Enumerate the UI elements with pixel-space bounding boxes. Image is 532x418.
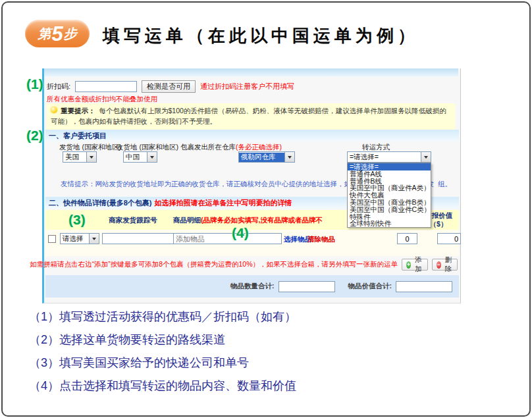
destination-select[interactable]: 中国 <box>123 151 157 163</box>
step-badge: 第5步 <box>25 20 90 47</box>
transit-method-label: 转运方式 <box>362 143 390 152</box>
chevron-down-icon[interactable] <box>284 152 294 162</box>
add-package-button[interactable]: + 添加 <box>402 259 428 271</box>
callout-4: (4) <box>232 225 249 241</box>
item-quantity-input[interactable] <box>397 233 417 244</box>
section1-title: 一、客户委托项目 <box>49 131 107 141</box>
transit-option[interactable]: 快件大包裹 <box>348 192 431 199</box>
delete-package-button[interactable]: − 删除 <box>432 259 458 271</box>
carrier-select[interactable]: 请选择 <box>60 233 99 244</box>
discount-row: 折扣码: 检测是否可用 通过折扣码注册客户不用填写 <box>47 80 294 93</box>
tracking-number-input[interactable] <box>102 233 178 244</box>
col-item-detail-warning: (品牌务必如实填写,没有品牌或者品牌不 <box>201 216 323 224</box>
col-tracking-number: 商家发货跟踪号 <box>93 216 173 225</box>
step-badge-number: 5 <box>51 24 63 44</box>
discount-code-label: 折扣码: <box>47 82 70 91</box>
total-value-input[interactable] <box>396 281 452 292</box>
transit-method-select[interactable]: =请选择= <box>347 151 431 163</box>
total-quantity-label: 物品数量合计: <box>230 282 275 291</box>
note-4: （4）点击选择和填写转运的物品内容、数量和价值 <box>29 375 296 398</box>
discount-stacking-note: 所有优惠金额或折扣均不能叠加使用 <box>47 95 157 104</box>
minus-icon: − <box>437 261 441 269</box>
tutorial-page: 第5步 填写运单（在此以中国运单为例） 折扣码: 检测是否可用 通过折扣码注册客… <box>1 1 531 417</box>
warehouse-label-warning: (务必正确选择) <box>236 143 282 151</box>
friendly-tip-suffix: 组。 <box>438 180 452 189</box>
transit-option[interactable]: 美国至中国（商业件B类） <box>348 199 431 206</box>
form-top-bar <box>44 68 458 76</box>
section2-photo-note: 如选择拍照请在运单备注中写明要拍的详情 <box>154 198 292 208</box>
chevron-down-icon[interactable] <box>147 152 157 162</box>
discount-code-input[interactable] <box>75 81 137 92</box>
warehouse-select[interactable]: 俄勒冈仓库 <box>238 151 295 163</box>
section2-title: 二、快件物品详情(最多8个包裹) <box>49 198 151 208</box>
plus-icon: + <box>406 261 411 269</box>
origin-select[interactable]: 美国 <box>63 151 97 163</box>
discount-register-note: 通过折扣码注册客户不用填写 <box>200 82 294 91</box>
warehouse-label: 包裹发出所在仓库(务必正确选择) <box>180 143 282 152</box>
lightbulb-icon <box>51 107 57 113</box>
transit-option[interactable]: =请选择= <box>348 163 431 170</box>
col-item-detail: 商品明细(品牌务必如实填写,没有品牌或者品牌不 <box>173 216 323 225</box>
item-value-input[interactable] <box>437 233 461 244</box>
waybill-form-screenshot: 折扣码: 检测是否可用 通过折扣码注册客户不用填写 所有优惠金额或折扣均不能叠加… <box>42 68 461 303</box>
step-badge-prefix: 第 <box>38 25 51 43</box>
transit-option[interactable]: 普通件A线 <box>348 170 431 178</box>
callout-1: (1) <box>26 76 43 92</box>
note-1: （1）填写透过活动获得的优惠码／折扣码（如有） <box>29 305 296 328</box>
total-value-label: 物品价值合计: <box>348 282 392 291</box>
transit-option[interactable]: 全球特别快件 <box>348 220 431 227</box>
transit-options-dropdown: =请选择= 普通件A线 普通件B线 美国至中国（商业件A类） 快件大包裹 美国至… <box>347 163 431 228</box>
check-discount-button[interactable]: 检测是否可用 <box>142 80 196 93</box>
callout-2: (2) <box>26 128 43 144</box>
clear-item-link[interactable]: 清除物品 <box>307 235 335 244</box>
note-2: （2）选择这单货物要转运的路线渠道 <box>29 328 296 352</box>
totals-row: 物品数量合计: 物品价值合计: <box>45 275 459 298</box>
total-quantity-input[interactable] <box>279 281 335 292</box>
explanation-notes: （1）填写透过活动获得的优惠码／折扣码（如有） （2）选择这单货物要转运的路线渠… <box>29 305 296 398</box>
transit-option[interactable]: 美国至中国（商业件A类） <box>348 184 431 192</box>
important-tip-text: 每个包裹默认有上限为$100的丢件赔偿（易碎品、奶粉、液体等无破损赔偿，建议选择… <box>51 107 446 125</box>
step-badge-suffix: 步 <box>64 25 77 43</box>
transit-option[interactable]: 美国至中国（商业件C类） <box>348 206 431 213</box>
page-title: 填写运单（在此以中国运单为例） <box>103 24 419 47</box>
callout-3: (3) <box>68 212 86 228</box>
destination-label: 收货地 (国家和地区) <box>117 143 178 152</box>
transit-option[interactable]: 普通件B线 <box>348 178 431 185</box>
merge-note: 如需拼箱请点击右边“添加”按键最多可添加8个包裹（拼箱费为运费的10%），如果不… <box>30 260 398 269</box>
important-tip-box: 重要提示：每个包裹默认有上限为$100的丢件赔偿（易碎品、奶粉、液体等无破损赔偿… <box>47 103 455 130</box>
origin-label: 发货地 (国家和地区) <box>59 143 121 152</box>
section1-header: 一、客户委托项目 <box>45 130 459 142</box>
transit-option[interactable]: 特殊件 <box>348 213 431 221</box>
item-checkbox[interactable] <box>48 235 56 243</box>
merge-note-row: 如需拼箱请点击右边“添加”按键最多可添加8个包裹（拼箱费为运费的10%），如果不… <box>44 259 458 271</box>
chevron-down-icon[interactable] <box>89 234 99 244</box>
item-row: 请选择 选择物品 清除物品 <box>44 233 460 246</box>
note-3: （3）填写美国买家给予的快递公司和单号 <box>29 352 296 375</box>
important-tip-label: 重要提示： <box>61 107 95 115</box>
item-name-input[interactable] <box>173 233 282 244</box>
chevron-down-icon[interactable] <box>421 152 431 162</box>
chevron-down-icon[interactable] <box>86 152 96 162</box>
